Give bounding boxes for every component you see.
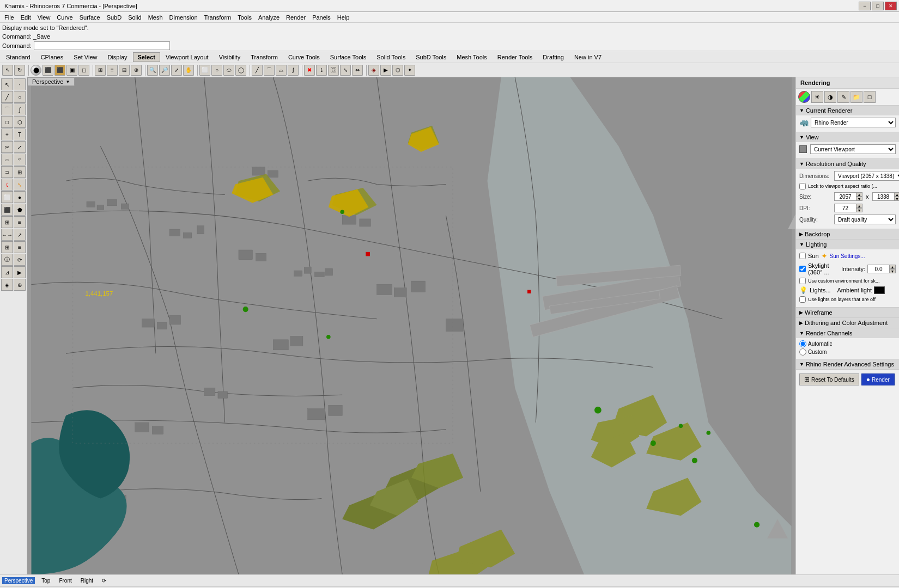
command-input[interactable]	[34, 41, 170, 50]
toolbar-tab-solid-tools[interactable]: Solid Tools	[372, 52, 410, 62]
wireframe-icon[interactable]: ▣	[66, 65, 77, 76]
pan-icon[interactable]: ✋	[183, 65, 194, 76]
automatic-radio[interactable]	[799, 340, 806, 347]
polygon-tool[interactable]: ⬡	[14, 116, 26, 128]
hatch-tool[interactable]: ≡	[14, 216, 26, 228]
render-tool[interactable]: ▶	[14, 266, 26, 278]
toolbar-tab-transform[interactable]: Transform	[246, 52, 283, 62]
width-input[interactable]	[834, 192, 856, 201]
prop-tool[interactable]: ⓘ	[1, 254, 13, 266]
group-tool[interactable]: ⊞	[1, 241, 13, 253]
rendered-icon[interactable]: ⬛	[54, 65, 65, 76]
menu-item-help[interactable]: Help	[334, 13, 353, 22]
dpi-input[interactable]	[834, 204, 856, 212]
arrow-tool[interactable]: ↖	[1, 78, 13, 90]
toolbar-tab-select[interactable]: Select	[133, 52, 160, 62]
custom-radio[interactable]	[799, 348, 806, 356]
zoom-out-icon[interactable]: 🔎	[159, 65, 170, 76]
select-icon[interactable]: ↖	[2, 65, 13, 76]
menu-item-view[interactable]: View	[34, 13, 54, 22]
trim-tool[interactable]: ✂	[1, 141, 13, 153]
circle-tool[interactable]: ○	[14, 91, 26, 103]
ghosted-icon[interactable]: ◻	[78, 65, 89, 76]
menu-item-mesh[interactable]: Mesh	[145, 13, 166, 22]
sun-settings-btn[interactable]: Sun Settings...	[830, 253, 865, 259]
pipe-icon[interactable]: ◯	[235, 65, 246, 76]
scale-tool[interactable]: ⤡	[14, 179, 26, 191]
height-down[interactable]: ▼	[894, 197, 900, 201]
width-down[interactable]: ▼	[856, 197, 862, 201]
toolbar-tab-subd-tools[interactable]: SubD Tools	[411, 52, 451, 62]
width-up[interactable]: ▲	[856, 192, 862, 197]
render-button[interactable]: ● Render	[861, 373, 895, 385]
macro-tool[interactable]: ◈	[1, 279, 13, 291]
shaded-icon[interactable]: ⬛	[42, 65, 53, 76]
move-tool[interactable]: ⤹	[1, 179, 13, 191]
history-tool[interactable]: ⟳	[14, 254, 26, 266]
renderer-dropdown[interactable]: Rhino Render	[811, 118, 896, 127]
flip-icon[interactable]: ⟳	[102, 578, 106, 584]
copy-icon[interactable]: ⿴	[328, 65, 339, 76]
render-icon-folder[interactable]: 📁	[851, 91, 862, 103]
view-header[interactable]: ▼ View	[796, 132, 899, 142]
backdrop-header[interactable]: ▶ Backdrop	[796, 229, 899, 239]
cylinder-icon[interactable]: ⬭	[223, 65, 234, 76]
current-renderer-header[interactable]: ▼ Current Renderer	[796, 106, 899, 115]
3d-icon[interactable]: ⬡	[392, 65, 403, 76]
rotate-icon[interactable]: ↻	[14, 65, 25, 76]
arc-tool[interactable]: ⌒	[1, 103, 13, 115]
extend-tool[interactable]: ⤢	[14, 141, 26, 153]
render-icon-env[interactable]: ◑	[824, 91, 836, 103]
fillet-tool[interactable]: ⌓	[1, 154, 13, 166]
toolbar-tab-mesh-tools[interactable]: Mesh Tools	[452, 52, 491, 62]
offset-tool[interactable]: ⊃	[1, 166, 13, 178]
quality-dropdown[interactable]: Draft quality	[834, 215, 896, 224]
intensity-input[interactable]	[867, 265, 889, 273]
leader-tool[interactable]: ↗	[14, 229, 26, 241]
intensity-up[interactable]: ▲	[889, 265, 896, 269]
dithering-header[interactable]: ▶ Dithering and Color Adjustment	[796, 318, 899, 328]
explode-icon[interactable]: ✦	[404, 65, 415, 76]
close-button[interactable]: ✕	[885, 2, 897, 10]
box-icon[interactable]: ⬜	[199, 65, 210, 76]
box-tool[interactable]: ⬜	[1, 191, 13, 203]
axes-icon[interactable]: ⊕	[131, 65, 142, 76]
dpi-up[interactable]: ▲	[856, 204, 862, 208]
toolbar-tab-viewport-layout[interactable]: Viewport Layout	[161, 52, 214, 62]
menu-item-tools[interactable]: Tools	[234, 13, 255, 22]
map-view[interactable]: 1,441,157	[27, 77, 795, 574]
menu-item-surface[interactable]: Surface	[76, 13, 104, 22]
menu-item-file[interactable]: File	[1, 13, 17, 22]
toolbar-tab-display[interactable]: Display	[102, 52, 132, 62]
menu-item-analyze[interactable]: Analyze	[255, 13, 283, 22]
curve-icon[interactable]: ∫	[288, 65, 299, 76]
extrude-tool[interactable]: ⬛	[1, 204, 13, 216]
grid-icon[interactable]: ⊟	[119, 65, 130, 76]
custom-env-checkbox[interactable]	[799, 278, 806, 284]
menu-item-panels[interactable]: Panels	[309, 13, 334, 22]
dot-tool[interactable]: ·	[14, 78, 26, 90]
skylight-checkbox[interactable]	[799, 266, 806, 272]
menu-item-dimension[interactable]: Dimension	[166, 13, 201, 22]
front-view-btn[interactable]: Front	[57, 577, 74, 584]
snap-tool[interactable]: ⊕	[14, 279, 26, 291]
line-tool[interactable]: ╱	[1, 91, 13, 103]
right-view-btn[interactable]: Right	[78, 577, 95, 584]
lights-btn[interactable]: Lights...	[810, 287, 831, 293]
menu-item-transform[interactable]: Transform	[201, 13, 235, 22]
advanced-settings-header[interactable]: ▼ Rhino Render Advanced Settings	[796, 359, 899, 369]
sphere-tool[interactable]: ●	[14, 191, 26, 203]
height-up[interactable]: ▲	[894, 192, 900, 197]
render-icon-pencil[interactable]: ✎	[837, 91, 849, 103]
sphere-icon[interactable]: ⬤	[31, 65, 41, 76]
layer-mgr[interactable]: ≡	[14, 241, 26, 253]
top-view-btn[interactable]: Top	[39, 577, 52, 584]
toolbar-tab-set-view[interactable]: Set View	[69, 52, 102, 62]
viewport-dropdown-arrow[interactable]: ▼	[65, 79, 70, 84]
toolbar-tab-visibility[interactable]: Visibility	[214, 52, 246, 62]
zoom-in-icon[interactable]: 🔍	[147, 65, 158, 76]
height-input[interactable]	[872, 192, 894, 201]
zoom-ext-icon[interactable]: ⤢	[171, 65, 182, 76]
menu-item-edit[interactable]: Edit	[17, 13, 34, 22]
menu-item-subd[interactable]: SubD	[104, 13, 125, 22]
